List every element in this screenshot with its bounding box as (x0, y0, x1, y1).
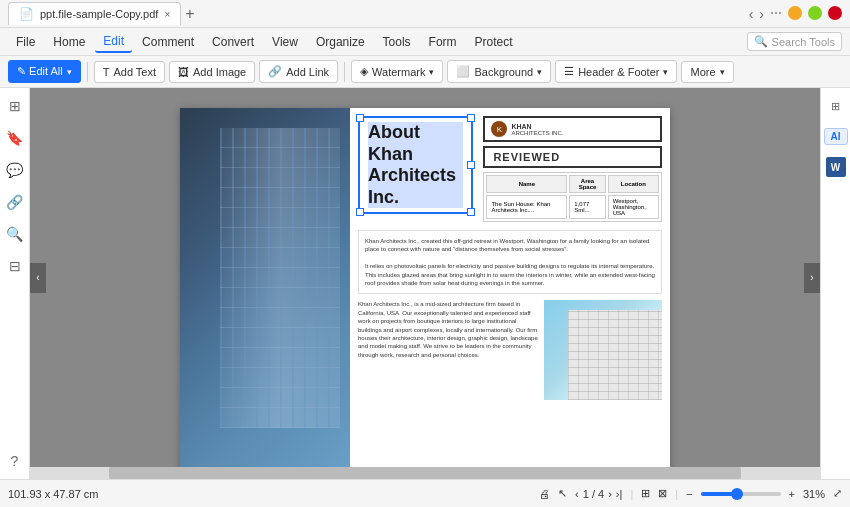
table-cell-location: Westport,Washington, USA (608, 195, 659, 219)
more-button[interactable]: More ▾ (681, 61, 733, 83)
maximize-button[interactable] (808, 6, 822, 20)
add-image-button[interactable]: 🖼 Add Image (169, 61, 255, 83)
zoom-out-button[interactable]: − (686, 488, 692, 500)
new-tab-button[interactable]: + (185, 5, 194, 23)
page-navigation: ‹ 1 / 4 › ›| (575, 488, 622, 500)
menu-organize[interactable]: Organize (308, 32, 373, 52)
info-table: Name Area Space Location The Sun House: … (483, 172, 662, 222)
menu-view[interactable]: View (264, 32, 306, 52)
edit-all-label: ✎ Edit All (17, 65, 63, 78)
background-button[interactable]: ⬜ Background ▾ (447, 60, 551, 83)
sidebar-help-icon[interactable]: ? (5, 451, 25, 471)
toolbar: ✎ Edit All ▾ T Add Text 🖼 Add Image 🔗 Ad… (0, 56, 850, 88)
khan-logo-icon: K (491, 121, 507, 137)
pdf-scroll-area[interactable]: ‹ (30, 88, 820, 467)
building-left-shape (220, 128, 340, 428)
background-label: Background (474, 66, 533, 78)
menu-convert[interactable]: Convert (204, 32, 262, 52)
khan-logo-text: KHAN ARCHITECTS INC. (511, 123, 563, 136)
menu-form[interactable]: Form (421, 32, 465, 52)
pdf-horizontal-scrollbar[interactable] (30, 467, 820, 479)
sidebar-search-icon[interactable]: 🔍 (5, 224, 25, 244)
panel-right-icon[interactable]: ⊞ (826, 96, 846, 116)
watermark-button[interactable]: ◈ Watermark ▾ (351, 60, 443, 83)
pdf-bottom-section: Khan Architects Inc., is a mid-sized arc… (358, 300, 662, 400)
fit-icon[interactable]: ⊠ (658, 487, 667, 500)
watermark-label: Watermark (372, 66, 425, 78)
nav-forward-icon[interactable]: › (759, 6, 764, 22)
pdf-icon: 📄 (19, 7, 34, 21)
add-text-button[interactable]: T Add Text (94, 61, 165, 83)
pdf-content: About Khan Architects Inc. K KHAN (180, 108, 670, 467)
menu-home[interactable]: Home (45, 32, 93, 52)
dimensions-label: 101.93 x 47.87 cm (8, 488, 99, 500)
nav-back-icon[interactable]: ‹ (749, 6, 754, 22)
add-link-label: Add Link (286, 66, 329, 78)
pdf-title-line2: Architects Inc. (368, 165, 463, 208)
separator-v: | (630, 488, 633, 500)
print-icon[interactable]: 🖨 (539, 488, 550, 500)
add-image-label: Add Image (193, 66, 246, 78)
menu-file[interactable]: File (8, 32, 43, 52)
table-header-area: Area Space (569, 175, 605, 193)
toolbar-separator-2 (344, 62, 345, 82)
image-icon: 🖼 (178, 66, 189, 78)
left-building-image (180, 108, 350, 467)
cursor-icon[interactable]: ↖ (558, 487, 567, 500)
close-button[interactable] (828, 6, 842, 20)
sidebar-thumbnail-icon[interactable]: ⊞ (5, 96, 25, 116)
menu-protect[interactable]: Protect (467, 32, 521, 52)
separator-v2: | (675, 488, 678, 500)
reviewed-badge: REVIEWED (483, 146, 662, 168)
window-more-icon[interactable]: ⋯ (770, 6, 782, 22)
add-link-button[interactable]: 🔗 Add Link (259, 60, 338, 83)
prev-page-button[interactable]: ‹ (575, 488, 579, 500)
more-label: More (690, 66, 715, 78)
close-tab-button[interactable]: × (164, 9, 170, 20)
next-page-button[interactable]: › (608, 488, 612, 500)
expand-icon[interactable]: ⤢ (833, 487, 842, 500)
header-footer-button[interactable]: ☰ Header & Footer ▾ (555, 60, 677, 83)
building-horizontal-stripes (220, 128, 340, 428)
sidebar-comment-icon[interactable]: 💬 (5, 160, 25, 180)
zoom-slider[interactable] (701, 492, 781, 496)
zoom-thumb[interactable] (731, 488, 743, 500)
building-right-stripes (568, 310, 662, 400)
pdf-description-p2: It relies on photovoltaic panels for ele… (365, 262, 655, 287)
pdf-about-text: Khan Architects Inc., is a mid-sized arc… (358, 300, 538, 400)
pdf-right-content: About Khan Architects Inc. K KHAN (350, 108, 670, 467)
filename-label: ppt.file-sample-Copy.pdf (40, 8, 158, 20)
sidebar-layers-icon[interactable]: ⊟ (5, 256, 25, 276)
scroll-left-button[interactable]: ‹ (30, 263, 46, 293)
sidebar-bookmark-icon[interactable]: 🔖 (5, 128, 25, 148)
page-info-label: 1 / 4 (583, 488, 604, 500)
tab-filename[interactable]: 📄 ppt.file-sample-Copy.pdf × (8, 2, 181, 25)
background-icon: ⬜ (456, 65, 470, 78)
table-header-name: Name (486, 175, 567, 193)
last-page-button[interactable]: ›| (616, 488, 623, 500)
ai-button[interactable]: AI (824, 128, 848, 145)
word-icon[interactable]: W (826, 157, 846, 177)
scroll-right-button[interactable]: › (804, 263, 820, 293)
minimize-button[interactable] (788, 6, 802, 20)
header-footer-icon: ☰ (564, 65, 574, 78)
menu-comment[interactable]: Comment (134, 32, 202, 52)
building-right-shape (568, 310, 662, 400)
menu-bar: File Home Edit Comment Convert View Orga… (0, 28, 850, 56)
table-row: The Sun House: Khan Architects Inc.... 1… (486, 195, 659, 219)
pdf-scrollbar-thumb[interactable] (109, 467, 741, 479)
menu-tools[interactable]: Tools (375, 32, 419, 52)
zoom-level-label: 31% (803, 488, 825, 500)
add-text-label: Add Text (113, 66, 156, 78)
menu-edit[interactable]: Edit (95, 31, 132, 53)
window-controls: ‹ › ⋯ (749, 6, 842, 22)
watermark-icon: ◈ (360, 65, 368, 78)
zoom-in-button[interactable]: + (789, 488, 795, 500)
table-header-location: Location (608, 175, 659, 193)
sidebar-link-icon[interactable]: 🔗 (5, 192, 25, 212)
main-layout: ⊞ 🔖 💬 🔗 🔍 ⊟ ? ‹ (0, 88, 850, 479)
background-dropdown-icon: ▾ (537, 67, 542, 77)
view-icon[interactable]: ⊞ (641, 487, 650, 500)
search-tools-box[interactable]: 🔍 Search Tools (747, 32, 842, 51)
edit-all-button[interactable]: ✎ Edit All ▾ (8, 60, 81, 83)
